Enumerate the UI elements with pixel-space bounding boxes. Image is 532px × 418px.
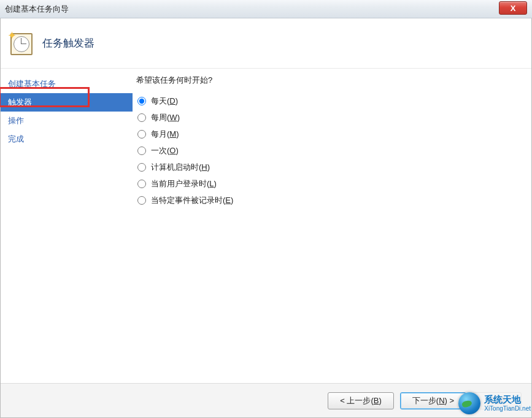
window-title: 创建基本任务向导 (5, 4, 69, 15)
option-on-logon-row[interactable]: 当前用户登录时(L) (136, 178, 519, 189)
option-on-startup-radio[interactable] (137, 163, 146, 172)
sidebar-step-trigger[interactable]: 触发器 (1, 93, 133, 112)
wizard-body: 创建基本任务 触发器 操作 完成 希望该任务何时开始? 每天(D) 每周(W) … (1, 69, 531, 383)
option-once-radio[interactable] (137, 146, 146, 155)
close-icon: X (511, 4, 516, 13)
sidebar-step-create-basic-task[interactable]: 创建基本任务 (1, 75, 133, 93)
back-button[interactable]: < 上一步(B) (328, 392, 394, 409)
option-daily-radio[interactable] (137, 97, 146, 105)
scheduled-task-icon: ✦ (9, 31, 35, 56)
option-weekly-label[interactable]: 每周(W) (151, 112, 180, 123)
option-on-startup-label[interactable]: 计算机启动时(H) (151, 162, 210, 173)
option-once-row[interactable]: 一次(O) (136, 145, 519, 156)
option-on-logon-radio[interactable] (137, 180, 146, 188)
wizard-header: ✦ 任务触发器 (1, 18, 531, 69)
option-monthly-label[interactable]: 每月(M) (151, 129, 179, 140)
sidebar-step-action[interactable]: 操作 (1, 112, 133, 130)
option-weekly-row[interactable]: 每周(W) (136, 112, 519, 123)
trigger-question: 希望该任务何时开始? (136, 75, 519, 86)
option-on-logon-label[interactable]: 当前用户登录时(L) (151, 178, 217, 189)
option-monthly-radio[interactable] (137, 130, 146, 139)
option-on-event-radio[interactable] (137, 196, 146, 205)
option-on-startup-row[interactable]: 计算机启动时(H) (136, 162, 519, 173)
sidebar-step-finish[interactable]: 完成 (1, 130, 133, 148)
option-weekly-radio[interactable] (137, 113, 146, 122)
option-daily-label[interactable]: 每天(D) (151, 96, 178, 107)
close-button[interactable]: X (499, 1, 527, 15)
option-on-event-row[interactable]: 当特定事件被记录时(E) (136, 195, 519, 206)
cancel-button[interactable]: 取消 (472, 392, 522, 409)
page-title: 任务触发器 (42, 36, 94, 50)
next-button[interactable]: 下一步(N) > (400, 392, 466, 409)
titlebar: 创建基本任务向导 X (0, 0, 532, 18)
option-monthly-row[interactable]: 每月(M) (136, 129, 519, 140)
wizard-footer: < 上一步(B) 下一步(N) > 取消 (1, 383, 531, 417)
option-once-label[interactable]: 一次(O) (151, 145, 179, 156)
wizard-steps-sidebar: 创建基本任务 触发器 操作 完成 (1, 69, 133, 383)
wizard-frame: ✦ 任务触发器 创建基本任务 触发器 操作 完成 希望该任务何时开始? 每天(D… (0, 18, 532, 418)
option-on-event-label[interactable]: 当特定事件被记录时(E) (151, 195, 233, 206)
wizard-content: 希望该任务何时开始? 每天(D) 每周(W) 每月(M) 一次(O) 计算机启动… (133, 69, 531, 383)
option-daily-row[interactable]: 每天(D) (136, 96, 519, 107)
